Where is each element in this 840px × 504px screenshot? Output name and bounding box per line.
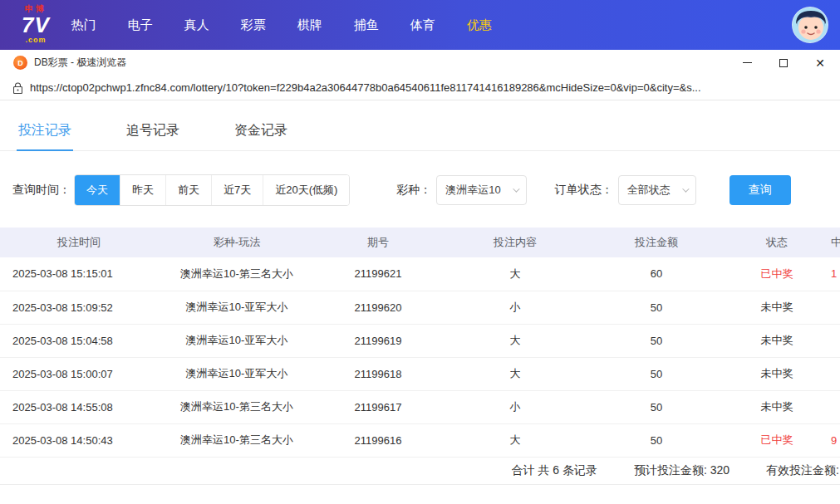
cell-bet-time: 2025-03-08 14:55:08 <box>0 390 158 423</box>
bet-record-table: 投注时间彩种-玩法期号投注内容投注金额状态中 2025-03-08 15:15:… <box>0 228 840 458</box>
table-row: 2025-03-08 14:55:08 澳洲幸运10-第三名大小 2119961… <box>0 390 840 423</box>
cell-issue-number: 21199620 <box>316 291 440 324</box>
user-avatar[interactable] <box>792 7 828 43</box>
nav-item-5[interactable]: 捕鱼 <box>354 17 379 33</box>
cell-issue-number: 21199621 <box>316 257 440 291</box>
close-button[interactable]: ✕ <box>813 56 827 70</box>
cell-bet-amount: 60 <box>590 257 723 291</box>
table-header-6: 状态 <box>723 228 831 257</box>
time-option-0[interactable]: 今天 <box>75 175 120 205</box>
record-tabs: 投注记录追号记录资金记录 <box>0 110 840 151</box>
top-nav: 申博 7V .com 热门电子真人彩票棋牌捕鱼体育优惠 <box>0 0 840 50</box>
table-body: 2025-03-08 15:15:01 澳洲幸运10-第三名大小 2119962… <box>0 257 840 457</box>
maximize-icon <box>779 59 788 67</box>
nav-item-0[interactable]: 热门 <box>71 17 96 33</box>
cell-status: 未中奖 <box>723 324 831 357</box>
tab-1[interactable]: 追号记录 <box>125 110 181 150</box>
maximize-button[interactable] <box>777 56 790 70</box>
filter-row: 查询时间： 今天昨天前天近7天近20天(低频) 彩种： 澳洲幸运10 订单状态：… <box>0 151 840 206</box>
cell-status: 未中奖 <box>723 291 831 324</box>
lock-icon <box>13 82 22 94</box>
query-time-label: 查询时间： <box>12 183 71 198</box>
table-row: 2025-03-08 15:00:07 澳洲幸运10-亚军大小 21199618… <box>0 357 840 390</box>
lottery-select[interactable]: 澳洲幸运10 <box>436 175 526 205</box>
tab-2[interactable]: 资金记录 <box>233 110 289 150</box>
browser-titlebar[interactable]: D DB彩票 - 极速浏览器 ✕ <box>0 50 840 76</box>
nav-item-7[interactable]: 优惠 <box>467 17 492 33</box>
nav-item-1[interactable]: 电子 <box>128 17 153 33</box>
cell-bet-amount: 50 <box>590 357 723 390</box>
table-header-4: 投注内容 <box>440 228 590 257</box>
cell-bet-content: 小 <box>440 390 590 423</box>
nav-item-3[interactable]: 彩票 <box>241 17 266 33</box>
cell-status: 未中奖 <box>723 357 831 390</box>
time-option-1[interactable]: 昨天 <box>120 175 165 205</box>
time-option-2[interactable]: 前天 <box>165 175 211 205</box>
cell-bet-amount: 50 <box>590 423 723 457</box>
tab-0[interactable]: 投注记录 <box>17 110 73 150</box>
site-logo[interactable]: 申博 7V .com <box>22 5 50 44</box>
avatar-image <box>793 7 828 43</box>
table-header-5: 投注金额 <box>590 228 723 257</box>
nav-item-2[interactable]: 真人 <box>184 17 209 33</box>
cell-issue-number: 21199617 <box>316 390 440 423</box>
cell-bet-time: 2025-03-08 14:50:43 <box>0 423 158 457</box>
cell-bet-content: 小 <box>440 291 590 324</box>
cell-status: 未中奖 <box>723 390 831 423</box>
cell-bet-amount: 50 <box>590 324 723 357</box>
bet-record-table-wrap: 投注时间彩种-玩法期号投注内容投注金额状态中 2025-03-08 15:15:… <box>0 228 840 458</box>
nav-item-4[interactable]: 棋牌 <box>297 17 322 33</box>
cell-bet-time: 2025-03-08 15:04:58 <box>0 324 158 357</box>
table-footer: 合计 共 6 条记录 预计投注金额: 320 有效投注金额: <box>0 458 840 485</box>
logo-main-text: 7V <box>22 14 50 37</box>
time-option-3[interactable]: 近7天 <box>211 175 263 205</box>
cell-game-play: 澳洲幸运10-亚军大小 <box>158 291 316 324</box>
minimize-icon <box>743 62 752 63</box>
footer-valid-amount: 有效投注金额: <box>766 463 839 478</box>
search-button[interactable]: 查询 <box>729 175 791 205</box>
lottery-select-value: 澳洲幸运10 <box>445 183 500 198</box>
table-row: 2025-03-08 15:04:58 澳洲幸运10-亚军大小 21199619… <box>0 324 840 357</box>
logo-sub-text: .com <box>25 37 46 44</box>
cell-game-play: 澳洲幸运10-第三名大小 <box>158 257 316 291</box>
cell-bet-amount: 50 <box>590 390 723 423</box>
url-bar[interactable]: https://ctop02pchwp1.zfnc84.com/lottery/… <box>0 76 840 100</box>
cell-game-play: 澳洲幸运10-第三名大小 <box>158 390 316 423</box>
cell-issue-number: 21199616 <box>316 423 440 457</box>
window-controls: ✕ <box>740 56 830 70</box>
footer-expected-amount: 预计投注金额: 320 <box>634 463 729 478</box>
time-option-4[interactable]: 近20天(低频) <box>263 175 349 205</box>
order-status-label: 订单状态： <box>555 183 613 198</box>
cell-bet-content: 大 <box>440 357 590 390</box>
nav-item-6[interactable]: 体育 <box>410 17 435 33</box>
cell-game-play: 澳洲幸运10-第三名大小 <box>158 423 316 457</box>
cell-game-play: 澳洲幸运10-亚军大小 <box>158 357 316 390</box>
chevron-down-icon <box>682 185 689 192</box>
cell-bet-time: 2025-03-08 15:09:52 <box>0 291 158 324</box>
table-row: 2025-03-08 14:50:43 澳洲幸运10-第三名大小 2119961… <box>0 423 840 457</box>
address-url[interactable]: https://ctop02pchwp1.zfnc84.com/lottery/… <box>30 81 701 94</box>
cell-status: 已中奖 <box>723 257 831 291</box>
site-favicon-icon: D <box>13 56 27 70</box>
cell-bet-content: 大 <box>440 423 590 457</box>
chevron-down-icon <box>513 185 519 192</box>
lottery-label: 彩种： <box>396 183 431 198</box>
footer-total-count: 合计 共 6 条记录 <box>512 463 597 478</box>
cell-issue-number: 21199619 <box>316 324 440 357</box>
table-header-3: 期号 <box>316 228 440 257</box>
table-header-2: 彩种-玩法 <box>158 228 316 257</box>
table-header-7: 中 <box>831 228 840 257</box>
order-status-select[interactable]: 全部状态 <box>618 175 696 205</box>
cell-win-amount <box>831 390 840 423</box>
window-title: DB彩票 - 极速浏览器 <box>34 56 126 70</box>
close-icon: ✕ <box>815 57 825 69</box>
cell-win-amount: 1 <box>831 257 840 291</box>
cell-win-amount <box>831 324 840 357</box>
order-status-value: 全部状态 <box>627 183 671 198</box>
cell-win-amount <box>831 291 840 324</box>
cell-bet-time: 2025-03-08 15:15:01 <box>0 257 158 291</box>
table-row: 2025-03-08 15:15:01 澳洲幸运10-第三名大小 2119962… <box>0 257 840 291</box>
cell-bet-content: 大 <box>440 324 590 357</box>
minimize-button[interactable] <box>740 56 754 70</box>
table-header-1: 投注时间 <box>0 228 158 257</box>
